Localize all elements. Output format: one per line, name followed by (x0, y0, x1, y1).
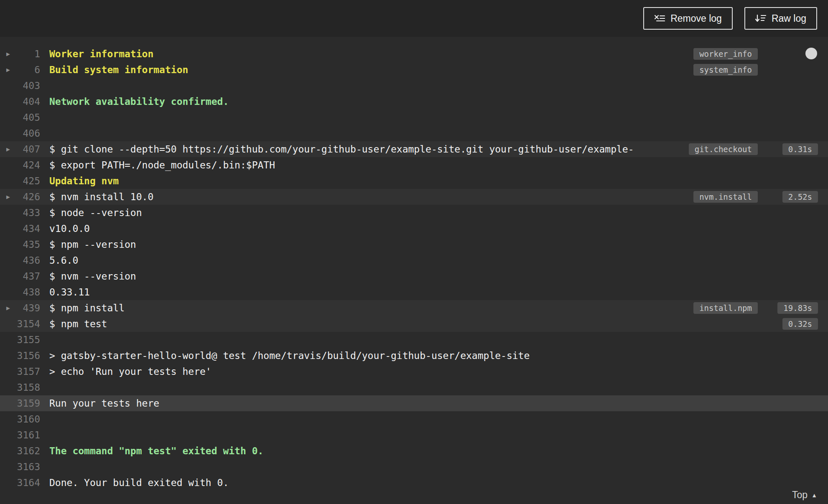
line-number[interactable]: 425 (0, 173, 40, 189)
line-number[interactable]: 3161 (0, 427, 40, 443)
log-row: 405 (0, 109, 828, 125)
log-text: Build system information (49, 62, 188, 78)
log-text: $ git clone --depth=50 https://github.co… (49, 141, 634, 157)
line-number[interactable]: 3163 (0, 459, 40, 475)
line-number[interactable]: 434 (0, 221, 40, 237)
log-lines: ▶1Worker informationworker_info▶6Build s… (0, 46, 828, 491)
scroll-to-top-link[interactable]: Top ▲ (792, 489, 817, 501)
fold-name-badge: git.checkout (689, 143, 758, 155)
raw-log-button[interactable]: Raw log (744, 7, 817, 30)
log-text: 5.6.0 (49, 252, 78, 268)
log-row: ▶1Worker informationworker_info (0, 46, 828, 62)
chevron-up-icon: ▲ (811, 492, 817, 498)
log-toolbar: Remove log Raw log (0, 0, 828, 37)
log-row: 4365.6.0 (0, 252, 828, 268)
log-row: 4380.33.11 (0, 284, 828, 300)
fold-name-badge: system_info (693, 64, 758, 76)
log-text: > gatsby-starter-hello-world@ test /home… (49, 348, 530, 364)
duration-badge: 2.52s (782, 191, 818, 203)
log-text: Network availability confirmed. (49, 94, 229, 109)
duration-badge: 0.32s (782, 318, 818, 330)
log-row: 437$ nvm --version (0, 268, 828, 284)
log-text: $ npm test (49, 316, 107, 332)
remove-log-button[interactable]: Remove log (643, 7, 733, 30)
line-number[interactable]: 3159 (0, 395, 40, 411)
log-row: 425Updating nvm (0, 173, 828, 189)
build-log: ▶1Worker informationworker_info▶6Build s… (0, 37, 828, 491)
log-row: ▶439$ npm installinstall.npm19.83s (0, 300, 828, 316)
line-number[interactable]: 3158 (0, 379, 40, 395)
log-text: v10.0.0 (49, 221, 90, 237)
line-number[interactable]: 407 (0, 141, 40, 157)
fold-name-badge: nvm.install (693, 191, 758, 203)
raw-log-icon (755, 14, 766, 23)
log-row: 3160 (0, 411, 828, 427)
log-row: 403 (0, 78, 828, 94)
remove-log-label: Remove log (670, 13, 722, 24)
log-text: $ node --version (49, 205, 142, 221)
log-row: 3156> gatsby-starter-hello-world@ test /… (0, 348, 828, 364)
fold-name-badge: install.npm (693, 302, 758, 314)
line-number[interactable]: 3164 (0, 475, 40, 491)
line-number[interactable]: 433 (0, 205, 40, 221)
line-number[interactable]: 437 (0, 268, 40, 284)
log-row: 3159Run your tests here (0, 395, 828, 411)
log-row: 3162The command "npm test" exited with 0… (0, 443, 828, 459)
line-number[interactable]: 424 (0, 157, 40, 173)
line-number[interactable]: 405 (0, 109, 40, 125)
log-row: 435$ npm --version (0, 237, 828, 252)
raw-log-label: Raw log (772, 13, 806, 24)
line-number[interactable]: 3156 (0, 348, 40, 364)
log-text: > echo 'Run your tests here' (49, 364, 211, 379)
log-row: 3157> echo 'Run your tests here' (0, 364, 828, 379)
log-row: 3161 (0, 427, 828, 443)
line-number[interactable]: 3155 (0, 332, 40, 348)
line-number[interactable]: 426 (0, 189, 40, 205)
log-row: 3163 (0, 459, 828, 475)
line-number[interactable]: 436 (0, 252, 40, 268)
log-text: $ nvm --version (49, 268, 136, 284)
line-number[interactable]: 3157 (0, 364, 40, 379)
log-text: $ nvm install 10.0 (49, 189, 153, 205)
log-text: Updating nvm (49, 173, 119, 189)
log-text: 0.33.11 (49, 284, 90, 300)
line-number[interactable]: 6 (0, 62, 40, 78)
log-text: Done. Your build exited with 0. (49, 475, 229, 491)
line-number[interactable]: 3162 (0, 443, 40, 459)
log-row: 3158 (0, 379, 828, 395)
log-row: 406 (0, 125, 828, 141)
log-row: 434v10.0.0 (0, 221, 828, 237)
line-number[interactable]: 3154 (0, 316, 40, 332)
log-text: Worker information (49, 46, 153, 62)
duration-badge: 0.31s (782, 143, 818, 155)
line-number[interactable]: 3160 (0, 411, 40, 427)
log-row: 3155 (0, 332, 828, 348)
log-row: 404Network availability confirmed. (0, 94, 828, 109)
scroll-indicator-dot[interactable] (805, 48, 817, 59)
log-text: The command "npm test" exited with 0. (49, 443, 263, 459)
log-text: $ export PATH=./node_modules/.bin:$PATH (49, 157, 275, 173)
log-row: 424$ export PATH=./node_modules/.bin:$PA… (0, 157, 828, 173)
remove-log-icon (654, 14, 665, 23)
log-row: 3154$ npm test0.32s (0, 316, 828, 332)
top-link-label: Top (792, 489, 808, 501)
line-number[interactable]: 435 (0, 237, 40, 252)
log-text: Run your tests here (49, 395, 159, 411)
log-text: $ npm install (49, 300, 125, 316)
line-number[interactable]: 404 (0, 94, 40, 109)
log-row: ▶6Build system informationsystem_info (0, 62, 828, 78)
log-row: ▶407$ git clone --depth=50 https://githu… (0, 141, 828, 157)
line-number[interactable]: 439 (0, 300, 40, 316)
line-number[interactable]: 438 (0, 284, 40, 300)
fold-name-badge: worker_info (693, 48, 758, 60)
log-row: 433$ node --version (0, 205, 828, 221)
duration-badge: 19.83s (777, 302, 818, 314)
line-number[interactable]: 406 (0, 125, 40, 141)
log-row: ▶426$ nvm install 10.0nvm.install2.52s (0, 189, 828, 205)
line-number[interactable]: 1 (0, 46, 40, 62)
log-text: $ npm --version (49, 237, 136, 252)
log-row: 3164Done. Your build exited with 0. (0, 475, 828, 491)
line-number[interactable]: 403 (0, 78, 40, 94)
